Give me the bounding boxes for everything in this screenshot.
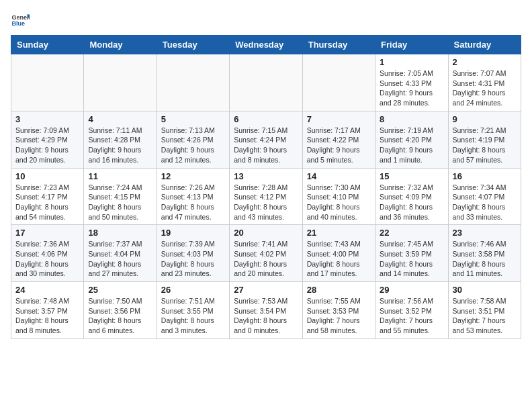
calendar-day-cell: 6Sunrise: 7:15 AM Sunset: 4:24 PM Daylig…	[230, 111, 302, 168]
day-info: Sunrise: 7:32 AM Sunset: 4:09 PM Dayligh…	[380, 183, 443, 222]
day-number: 14	[307, 171, 371, 181]
weekday-header-tuesday: Tuesday	[157, 36, 229, 54]
day-info: Sunrise: 7:56 AM Sunset: 3:52 PM Dayligh…	[380, 296, 443, 336]
calendar-day-cell: 8Sunrise: 7:19 AM Sunset: 4:20 PM Daylig…	[375, 111, 448, 168]
calendar-day-cell: 4Sunrise: 7:11 AM Sunset: 4:28 PM Daylig…	[84, 111, 157, 168]
day-number: 2	[453, 57, 517, 67]
calendar-week-row: 1Sunrise: 7:05 AM Sunset: 4:33 PM Daylig…	[11, 54, 521, 111]
day-info: Sunrise: 7:09 AM Sunset: 4:29 PM Dayligh…	[15, 126, 79, 165]
day-number: 9	[453, 114, 517, 124]
day-number: 4	[88, 114, 152, 124]
calendar-day-cell: 25Sunrise: 7:50 AM Sunset: 3:56 PM Dayli…	[84, 282, 157, 339]
calendar-day-cell	[157, 54, 229, 111]
logo: General Blue	[11, 11, 32, 30]
svg-text:General: General	[11, 14, 30, 21]
day-info: Sunrise: 7:55 AM Sunset: 3:53 PM Dayligh…	[307, 296, 371, 336]
day-info: Sunrise: 7:11 AM Sunset: 4:28 PM Dayligh…	[88, 126, 152, 165]
calendar-day-cell: 9Sunrise: 7:21 AM Sunset: 4:19 PM Daylig…	[448, 111, 521, 168]
calendar-week-row: 17Sunrise: 7:36 AM Sunset: 4:06 PM Dayli…	[11, 225, 521, 282]
day-info: Sunrise: 7:37 AM Sunset: 4:04 PM Dayligh…	[88, 239, 152, 279]
day-info: Sunrise: 7:23 AM Sunset: 4:17 PM Dayligh…	[15, 183, 79, 222]
day-info: Sunrise: 7:58 AM Sunset: 3:51 PM Dayligh…	[453, 296, 517, 336]
calendar-week-row: 10Sunrise: 7:23 AM Sunset: 4:17 PM Dayli…	[11, 168, 521, 225]
calendar-day-cell	[11, 54, 84, 111]
day-info: Sunrise: 7:13 AM Sunset: 4:26 PM Dayligh…	[161, 126, 225, 165]
calendar-day-cell: 29Sunrise: 7:56 AM Sunset: 3:52 PM Dayli…	[375, 282, 448, 339]
day-number: 7	[307, 114, 371, 124]
calendar-day-cell	[84, 54, 157, 111]
calendar-day-cell: 18Sunrise: 7:37 AM Sunset: 4:04 PM Dayli…	[84, 225, 157, 282]
calendar-day-cell: 12Sunrise: 7:26 AM Sunset: 4:13 PM Dayli…	[157, 168, 229, 225]
weekday-header-thursday: Thursday	[302, 36, 375, 54]
weekday-header-saturday: Saturday	[448, 36, 521, 54]
day-number: 10	[15, 171, 79, 181]
day-number: 6	[234, 114, 298, 124]
day-number: 26	[161, 285, 225, 295]
day-number: 3	[15, 114, 79, 124]
day-info: Sunrise: 7:48 AM Sunset: 3:57 PM Dayligh…	[15, 296, 79, 336]
day-info: Sunrise: 7:26 AM Sunset: 4:13 PM Dayligh…	[161, 183, 225, 222]
calendar-day-cell: 19Sunrise: 7:39 AM Sunset: 4:03 PM Dayli…	[157, 225, 229, 282]
weekday-header-sunday: Sunday	[11, 36, 84, 54]
day-info: Sunrise: 7:39 AM Sunset: 4:03 PM Dayligh…	[161, 239, 225, 279]
calendar-day-cell: 11Sunrise: 7:24 AM Sunset: 4:15 PM Dayli…	[84, 168, 157, 225]
day-number: 13	[234, 171, 298, 181]
day-number: 30	[453, 285, 517, 295]
calendar-day-cell: 14Sunrise: 7:30 AM Sunset: 4:10 PM Dayli…	[302, 168, 375, 225]
day-info: Sunrise: 7:43 AM Sunset: 4:00 PM Dayligh…	[307, 239, 371, 279]
day-info: Sunrise: 7:24 AM Sunset: 4:15 PM Dayligh…	[88, 183, 152, 222]
calendar-day-cell: 26Sunrise: 7:51 AM Sunset: 3:55 PM Dayli…	[157, 282, 229, 339]
calendar-week-row: 24Sunrise: 7:48 AM Sunset: 3:57 PM Dayli…	[11, 282, 521, 339]
day-number: 25	[88, 285, 152, 295]
day-number: 24	[15, 285, 79, 295]
day-number: 20	[234, 228, 298, 238]
calendar-day-cell: 23Sunrise: 7:46 AM Sunset: 3:58 PM Dayli…	[448, 225, 521, 282]
calendar-day-cell: 10Sunrise: 7:23 AM Sunset: 4:17 PM Dayli…	[11, 168, 84, 225]
day-number: 11	[88, 171, 152, 181]
weekday-header-monday: Monday	[84, 36, 157, 54]
calendar-day-cell: 30Sunrise: 7:58 AM Sunset: 3:51 PM Dayli…	[448, 282, 521, 339]
day-number: 17	[15, 228, 79, 238]
calendar-day-cell: 28Sunrise: 7:55 AM Sunset: 3:53 PM Dayli…	[302, 282, 375, 339]
calendar-day-cell: 2Sunrise: 7:07 AM Sunset: 4:31 PM Daylig…	[448, 54, 521, 111]
calendar-week-row: 3Sunrise: 7:09 AM Sunset: 4:29 PM Daylig…	[11, 111, 521, 168]
day-info: Sunrise: 7:51 AM Sunset: 3:55 PM Dayligh…	[161, 296, 225, 336]
weekday-header-friday: Friday	[375, 36, 448, 54]
day-number: 22	[380, 228, 443, 238]
logo-icon: General Blue	[11, 11, 30, 30]
calendar-table: SundayMondayTuesdayWednesdayThursdayFrid…	[11, 35, 521, 339]
day-number: 23	[453, 228, 517, 238]
svg-text:Blue: Blue	[11, 20, 25, 27]
calendar-day-cell: 3Sunrise: 7:09 AM Sunset: 4:29 PM Daylig…	[11, 111, 84, 168]
calendar-day-cell: 20Sunrise: 7:41 AM Sunset: 4:02 PM Dayli…	[230, 225, 302, 282]
day-info: Sunrise: 7:53 AM Sunset: 3:54 PM Dayligh…	[234, 296, 298, 336]
calendar-day-cell: 7Sunrise: 7:17 AM Sunset: 4:22 PM Daylig…	[302, 111, 375, 168]
day-number: 8	[380, 114, 443, 124]
day-info: Sunrise: 7:07 AM Sunset: 4:31 PM Dayligh…	[453, 68, 517, 108]
day-number: 18	[88, 228, 152, 238]
day-number: 5	[161, 114, 225, 124]
day-info: Sunrise: 7:21 AM Sunset: 4:19 PM Dayligh…	[453, 126, 517, 165]
day-info: Sunrise: 7:30 AM Sunset: 4:10 PM Dayligh…	[307, 183, 371, 222]
day-info: Sunrise: 7:19 AM Sunset: 4:20 PM Dayligh…	[380, 126, 443, 165]
day-info: Sunrise: 7:36 AM Sunset: 4:06 PM Dayligh…	[15, 239, 79, 279]
calendar-day-cell: 17Sunrise: 7:36 AM Sunset: 4:06 PM Dayli…	[11, 225, 84, 282]
day-number: 12	[161, 171, 225, 181]
day-number: 28	[307, 285, 371, 295]
day-number: 29	[380, 285, 443, 295]
day-info: Sunrise: 7:45 AM Sunset: 3:59 PM Dayligh…	[380, 239, 443, 279]
day-number: 16	[453, 171, 517, 181]
day-info: Sunrise: 7:46 AM Sunset: 3:58 PM Dayligh…	[453, 239, 517, 279]
calendar-day-cell: 13Sunrise: 7:28 AM Sunset: 4:12 PM Dayli…	[230, 168, 302, 225]
day-info: Sunrise: 7:17 AM Sunset: 4:22 PM Dayligh…	[307, 126, 371, 165]
day-number: 27	[234, 285, 298, 295]
calendar-day-cell: 24Sunrise: 7:48 AM Sunset: 3:57 PM Dayli…	[11, 282, 84, 339]
calendar-day-cell	[230, 54, 302, 111]
day-info: Sunrise: 7:15 AM Sunset: 4:24 PM Dayligh…	[234, 126, 298, 165]
calendar-day-cell: 1Sunrise: 7:05 AM Sunset: 4:33 PM Daylig…	[375, 54, 448, 111]
weekday-header-wednesday: Wednesday	[230, 36, 302, 54]
calendar-day-cell: 5Sunrise: 7:13 AM Sunset: 4:26 PM Daylig…	[157, 111, 229, 168]
day-number: 19	[161, 228, 225, 238]
day-number: 15	[380, 171, 443, 181]
header: General Blue	[11, 11, 521, 30]
